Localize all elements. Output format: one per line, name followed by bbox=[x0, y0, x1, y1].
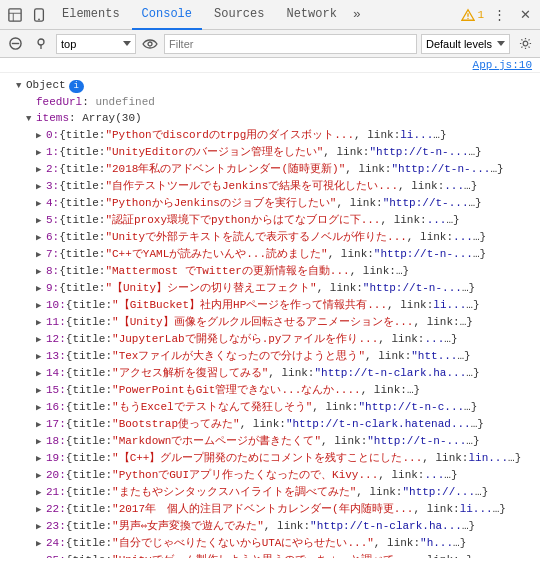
mobile-device-button[interactable] bbox=[28, 4, 50, 26]
item-expand-arrow[interactable] bbox=[36, 519, 46, 535]
svg-point-4 bbox=[38, 18, 40, 20]
list-item[interactable]: 17: {title: "Bootstrap使ってみた", link: "htt… bbox=[8, 416, 532, 433]
list-item[interactable]: 23: {title: "男声⇔女声変換で遊んでみた", link: "http… bbox=[8, 518, 532, 535]
console-toolbar: top Default levels bbox=[0, 30, 540, 58]
list-item[interactable]: 10: {title: "【GitBucket】社内用HPページを作って情報共有… bbox=[8, 297, 532, 314]
svg-point-9 bbox=[38, 39, 44, 45]
list-item[interactable]: 21: {title: "またもやシンタックスハイライトを調べてみた", lin… bbox=[8, 484, 532, 501]
list-item[interactable]: 8: {title: "Mattermost でTwitterの更新情報を自動.… bbox=[8, 263, 532, 280]
item-expand-arrow[interactable] bbox=[36, 536, 46, 552]
levels-select[interactable]: Default levels bbox=[421, 34, 510, 54]
list-item[interactable]: 2: {title: "2018年私のアドベントカレンダー(随時更新)", li… bbox=[8, 161, 532, 178]
svg-rect-0 bbox=[9, 8, 21, 20]
tab-elements[interactable]: Elements bbox=[52, 0, 130, 30]
close-button[interactable]: ✕ bbox=[514, 4, 536, 26]
item-expand-arrow[interactable] bbox=[36, 196, 46, 212]
console-content[interactable]: Object i feedUrl : undefined items : Arr… bbox=[0, 73, 540, 558]
more-options-button[interactable]: ⋮ bbox=[488, 4, 510, 26]
list-item[interactable]: 4: {title: "PythonからJenkinsのジョブを実行したい", … bbox=[8, 195, 532, 212]
list-item[interactable]: 0: {title: "Pythonでdiscordのtrpg用のダイスボット.… bbox=[8, 127, 532, 144]
warning-badge: 1 bbox=[461, 8, 484, 22]
item-expand-arrow[interactable] bbox=[36, 145, 46, 161]
tab-sources[interactable]: Sources bbox=[204, 0, 274, 30]
list-item[interactable]: 16: {title: "もうExcelでテストなんて発狂しそう", link:… bbox=[8, 399, 532, 416]
object-root: Object i feedUrl : undefined items : Arr… bbox=[0, 75, 540, 558]
object-root-line[interactable]: Object i bbox=[8, 77, 532, 94]
list-item[interactable]: 25: {title: "Unityでゲーム製作しようと思うので、ちょっと調べて… bbox=[8, 552, 532, 558]
list-item[interactable]: 9: {title: "【Unity】シーンの切り替えエフェクト", link:… bbox=[8, 280, 532, 297]
item-expand-arrow[interactable] bbox=[36, 332, 46, 348]
item-expand-arrow[interactable] bbox=[36, 468, 46, 484]
item-expand-arrow[interactable] bbox=[36, 400, 46, 416]
item-expand-arrow[interactable] bbox=[36, 434, 46, 450]
list-item[interactable]: 18: {title: "Markdownでホームページが書きたくて", lin… bbox=[8, 433, 532, 450]
item-expand-arrow[interactable] bbox=[36, 128, 46, 144]
scope-select[interactable]: top bbox=[56, 34, 136, 54]
feed-url-line[interactable]: feedUrl : undefined bbox=[8, 94, 532, 110]
item-expand-arrow[interactable] bbox=[36, 179, 46, 195]
clear-console-button[interactable] bbox=[4, 33, 26, 55]
object-expand-arrow[interactable] bbox=[16, 78, 26, 94]
list-item[interactable]: 3: {title: "自作テストツールでもJenkinsで結果を可視化したい.… bbox=[8, 178, 532, 195]
settings-button[interactable] bbox=[514, 33, 536, 55]
console-wrapper: Object i feedUrl : undefined items : Arr… bbox=[0, 73, 540, 558]
list-item[interactable]: 22: {title: "2017年 個人的注目アドベントカレンダー(年内随時更… bbox=[8, 501, 532, 518]
list-item[interactable]: 13: {title: "Texファイルが大きくなったので分けようと思う", l… bbox=[8, 348, 532, 365]
list-item[interactable]: 1: {title: "UnityEditorのバージョン管理をしたい", li… bbox=[8, 144, 532, 161]
item-expand-arrow[interactable] bbox=[36, 502, 46, 518]
svg-point-11 bbox=[148, 42, 152, 46]
list-item[interactable]: 19: {title: "【C++】グループ開発のためにコメントを残すことにした… bbox=[8, 450, 532, 467]
inspect-element-button[interactable] bbox=[4, 4, 26, 26]
items-container: 0: {title: "Pythonでdiscordのtrpg用のダイスボット.… bbox=[8, 127, 532, 558]
item-expand-arrow[interactable] bbox=[36, 485, 46, 501]
list-item[interactable]: 11: {title: "【Unity】画像をグルクル回転させるアニメーションを… bbox=[8, 314, 532, 331]
eye-icon[interactable] bbox=[140, 34, 160, 54]
items-root-line[interactable]: items : Array(30) bbox=[8, 110, 532, 127]
list-item[interactable]: 14: {title: "アクセス解析を復習してみる", link: "http… bbox=[8, 365, 532, 382]
item-expand-arrow[interactable] bbox=[36, 298, 46, 314]
filter-button[interactable] bbox=[30, 33, 52, 55]
item-expand-arrow[interactable] bbox=[36, 451, 46, 467]
items-expand-arrow[interactable] bbox=[26, 111, 36, 127]
filter-input[interactable] bbox=[164, 34, 417, 54]
tab-console[interactable]: Console bbox=[132, 0, 202, 30]
item-expand-arrow[interactable] bbox=[36, 349, 46, 365]
list-item[interactable]: 24: {title: "自分でじゃべりたくないからUTAにやらせたい...",… bbox=[8, 535, 532, 552]
item-expand-arrow[interactable] bbox=[36, 213, 46, 229]
tab-network[interactable]: Network bbox=[276, 0, 346, 30]
item-expand-arrow[interactable] bbox=[36, 264, 46, 280]
item-expand-arrow[interactable] bbox=[36, 553, 46, 558]
item-expand-arrow[interactable] bbox=[36, 417, 46, 433]
item-expand-arrow[interactable] bbox=[36, 162, 46, 178]
warning-count: 1 bbox=[477, 9, 484, 21]
object-info-badge: i bbox=[69, 80, 84, 93]
svg-point-12 bbox=[523, 41, 528, 46]
item-expand-arrow[interactable] bbox=[36, 230, 46, 246]
app-link[interactable]: App.js:10 bbox=[473, 59, 532, 71]
item-expand-arrow[interactable] bbox=[36, 366, 46, 382]
item-expand-arrow[interactable] bbox=[36, 383, 46, 399]
item-expand-arrow[interactable] bbox=[36, 247, 46, 263]
svg-point-6 bbox=[468, 17, 469, 18]
more-tabs-button[interactable]: » bbox=[349, 7, 365, 22]
app-link-row: App.js:10 bbox=[0, 58, 540, 73]
list-item[interactable]: 7: {title: "C++でYAMLが読みたいんや...読めました", li… bbox=[8, 246, 532, 263]
item-expand-arrow[interactable] bbox=[36, 315, 46, 331]
list-item[interactable]: 12: {title: "JupyterLabで開発しながら.pyファイルを作り… bbox=[8, 331, 532, 348]
list-item[interactable]: 20: {title: "PythonでGUIアプリ作ったくなったので、Kivy… bbox=[8, 467, 532, 484]
item-expand-arrow[interactable] bbox=[36, 281, 46, 297]
list-item[interactable]: 6: {title: "Unityで外部テキストを読んで表示するノベルが作りた.… bbox=[8, 229, 532, 246]
list-item[interactable]: 5: {title: "認証proxy環境下でpythonからはてなブログに下.… bbox=[8, 212, 532, 229]
devtools-tabbar: Elements Console Sources Network » 1 ⋮ ✕ bbox=[0, 0, 540, 30]
list-item[interactable]: 15: {title: "PowerPointもGit管理できない...なんか.… bbox=[8, 382, 532, 399]
